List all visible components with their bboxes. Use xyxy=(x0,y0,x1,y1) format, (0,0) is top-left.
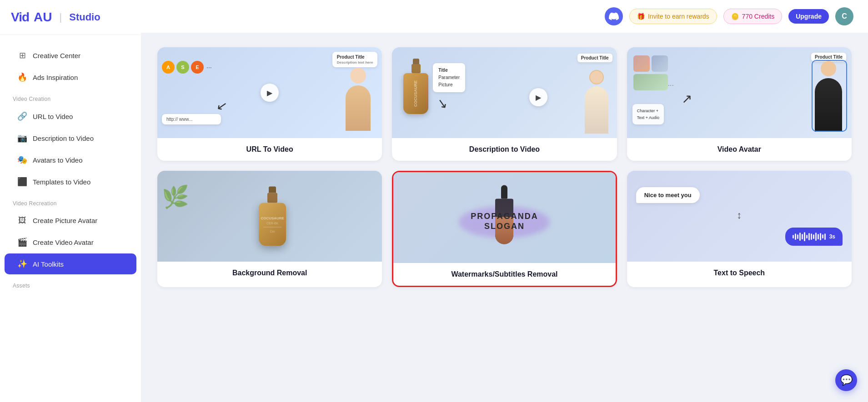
chat-bubble-white: Nice to meet you xyxy=(636,187,700,203)
invite-label: Invite to earn rewards xyxy=(648,13,709,20)
logo-vid: Vid xyxy=(11,10,29,25)
audio-bubble: 3s xyxy=(785,228,843,246)
sidebar-item-ads-inspiration[interactable]: 🔥 Ads Inspiration xyxy=(5,67,136,88)
section-label-video-creation: Video Creation xyxy=(0,89,141,105)
sidebar: VidAU | Studio ⊞ Creative Center 🔥 Ads I… xyxy=(0,0,141,402)
leaf-decor: 🌿 xyxy=(162,184,189,210)
card-label-watermark: Watermarks/Subtitles Removal xyxy=(393,263,615,286)
audio-bar xyxy=(808,233,810,240)
dropper-body xyxy=(495,199,513,244)
card-thumbnail-bgremove: 🌿 COCUSAURE CER-BK Cer xyxy=(157,171,382,262)
sidebar-item-label: Description to Video xyxy=(33,134,94,142)
sidebar-item-label: AI Toolkits xyxy=(33,260,64,268)
content-area: A S E ··· Product TitleDescription text … xyxy=(141,33,868,402)
grid-icon: ⊞ xyxy=(17,50,27,60)
card-label-tts: Text to Speech xyxy=(627,262,852,284)
sidebar-item-label: Create Video Avatar xyxy=(33,238,94,246)
card-thumbnail-avatar: Product Title xyxy=(627,47,852,138)
card-video-avatar[interactable]: Product Title xyxy=(627,47,852,161)
card-thumbnail-tts: Nice to meet you ↕ xyxy=(627,171,852,262)
product-title-overlay-desc: Product Title xyxy=(577,54,612,62)
top-header: 🎁 Invite to earn rewards 🪙 770 Credits U… xyxy=(141,0,868,33)
camera-icon: 📷 xyxy=(17,133,27,143)
card-background-removal[interactable]: 🌿 COCUSAURE CER-BK Cer Background Remova xyxy=(157,171,382,287)
invite-rewards-button[interactable]: 🎁 Invite to earn rewards xyxy=(629,9,717,24)
audio-bar xyxy=(818,234,819,239)
card-text-to-speech[interactable]: Nice to meet you ↕ xyxy=(627,171,852,287)
logo-studio: Studio xyxy=(69,11,100,23)
person-desc xyxy=(581,70,612,138)
fire-icon: 🔥 xyxy=(17,72,27,82)
sidebar-item-label: URL to Video xyxy=(33,113,73,120)
sidebar-item-label: Avatars to Video xyxy=(33,156,83,164)
logo-divider: | xyxy=(60,11,62,23)
audio-bar xyxy=(815,233,817,241)
logo-area: VidAU | Studio xyxy=(0,0,141,35)
product-title-card: Product TitleDescription text here xyxy=(332,52,378,67)
card-thumbnail-desc: COCUSAURE Title Parameter Picture ▶ xyxy=(392,47,617,138)
audio-bar xyxy=(793,235,794,238)
sidebar-item-creative-center[interactable]: ⊞ Creative Center xyxy=(5,45,136,66)
arrow-desc: ↙ xyxy=(437,95,449,111)
dropper-fill xyxy=(495,217,513,244)
card-label-avatar: Video Avatar xyxy=(627,138,852,161)
main-area: 🎁 Invite to earn rewards 🪙 770 Credits U… xyxy=(141,0,868,402)
link-icon: 🔗 xyxy=(17,111,27,121)
shopify-logo: S xyxy=(176,61,189,74)
sidebar-item-label: Ads Inspiration xyxy=(33,74,78,81)
logo-au: AU xyxy=(34,10,52,25)
card-description-to-video[interactable]: COCUSAURE Title Parameter Picture ▶ xyxy=(392,47,617,161)
sidebar-nav: ⊞ Creative Center 🔥 Ads Inspiration Vide… xyxy=(0,35,141,402)
audio-bar xyxy=(820,233,821,240)
picture-icon: 🖼 xyxy=(17,216,27,225)
audio-bar xyxy=(824,233,826,240)
card-label-desc: Description to Video xyxy=(392,138,617,161)
play-overlay-desc: ▶ xyxy=(529,88,547,106)
upgrade-button[interactable]: Upgrade xyxy=(788,9,829,24)
desc-params-card: Title Parameter Picture xyxy=(433,63,465,92)
audio-bar xyxy=(813,234,814,239)
perfume-bottle-bg: COCUSAURE CER-BK Cer xyxy=(259,187,286,246)
video-icon: 🎬 xyxy=(17,237,27,247)
logos-row: A S E ··· xyxy=(162,61,212,74)
audio-bar xyxy=(804,232,805,241)
chat-text: Nice to meet you xyxy=(644,192,692,199)
sidebar-item-label: Creative Center xyxy=(33,52,80,60)
dropper-bottle xyxy=(495,185,513,244)
sparkle-icon: ✨ xyxy=(17,259,27,269)
template-icon: ⬛ xyxy=(17,177,27,187)
sidebar-item-ai-toolkits[interactable]: ✨ AI Toolkits xyxy=(5,253,136,274)
audio-bar xyxy=(822,234,823,238)
sidebar-item-avatars-to-video[interactable]: 🎭 Avatars to Video xyxy=(5,149,136,170)
audio-time: 3s xyxy=(829,233,835,240)
discord-button[interactable] xyxy=(605,7,623,25)
audio-bar xyxy=(806,235,808,238)
cards-grid: A S E ··· Product TitleDescription text … xyxy=(157,47,852,287)
audio-bar xyxy=(811,233,812,240)
arrow-avatar: ↗ xyxy=(682,91,692,106)
amazon-logo: A xyxy=(162,61,175,74)
perfume-bottle: COCUSAURE xyxy=(403,59,428,114)
person-silhouette xyxy=(341,68,375,138)
sidebar-item-description-to-video[interactable]: 📷 Description to Video xyxy=(5,128,136,149)
card-watermarks-removal[interactable]: PROPAGANDA SLOGAN Watermarks/Subtitles R… xyxy=(392,171,617,287)
more-dots-avatar: ··· xyxy=(668,81,674,89)
card-label-bgremove: Background Removal xyxy=(157,262,382,284)
sidebar-item-label: Templates to Video xyxy=(33,178,90,186)
credits-label: 770 Credits xyxy=(742,13,775,20)
section-label-video-recreation: Video Recreation xyxy=(0,193,141,209)
sidebar-item-create-picture-avatar[interactable]: 🖼 Create Picture Avatar xyxy=(5,210,136,231)
coin-icon: 🪙 xyxy=(731,13,739,20)
credits-button[interactable]: 🪙 770 Credits xyxy=(723,9,783,24)
card-url-to-video[interactable]: A S E ··· Product TitleDescription text … xyxy=(157,47,382,161)
audio-bar xyxy=(797,234,798,239)
audio-bars xyxy=(793,232,826,241)
card-thumbnail-url: A S E ··· Product TitleDescription text … xyxy=(157,47,382,138)
chat-support-button[interactable]: 💬 xyxy=(835,369,857,391)
selection-indicator xyxy=(812,60,847,132)
sidebar-item-templates-to-video[interactable]: ⬛ Templates to Video xyxy=(5,171,136,192)
section-label-assets: Assets xyxy=(0,275,141,292)
sidebar-item-url-to-video[interactable]: 🔗 URL to Video xyxy=(5,106,136,127)
sidebar-item-create-video-avatar[interactable]: 🎬 Create Video Avatar xyxy=(5,232,136,253)
user-avatar[interactable]: C xyxy=(835,7,853,25)
